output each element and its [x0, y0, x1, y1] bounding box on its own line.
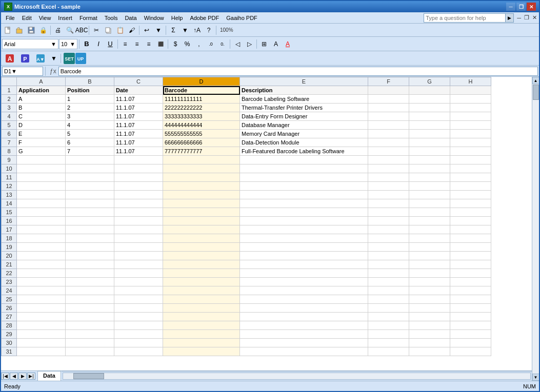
increase-indent-button[interactable]: ▷	[244, 38, 255, 50]
cell-13-F[interactable]	[368, 191, 409, 199]
cell-30-G[interactable]	[409, 339, 450, 347]
cell-20-B[interactable]	[66, 252, 114, 260]
cell-2-A[interactable]: A	[17, 95, 66, 104]
cell-19-G[interactable]	[409, 243, 450, 252]
cell-5-E[interactable]: Database Manager	[240, 121, 368, 130]
cell-16-E[interactable]	[240, 217, 368, 225]
cell-8-C[interactable]: 11.1.07	[114, 147, 163, 156]
cell-21-G[interactable]	[409, 260, 450, 269]
cell-21-C[interactable]	[114, 260, 163, 269]
cell-13-C[interactable]	[114, 191, 163, 199]
cell-26-E[interactable]	[240, 304, 368, 313]
menu-tools[interactable]: Tools	[101, 14, 122, 22]
cell-29-G[interactable]	[409, 330, 450, 339]
cell-31-G[interactable]	[409, 347, 450, 356]
cell-12-E[interactable]	[240, 182, 368, 191]
cell-1-B[interactable]: Position	[66, 86, 114, 95]
cell-13-G[interactable]	[409, 191, 450, 199]
print-preview-button[interactable]: 🔍	[64, 25, 75, 36]
cell-31-H[interactable]	[450, 347, 491, 356]
cell-28-B[interactable]	[66, 321, 114, 330]
decrease-decimal-button[interactable]: 0.	[217, 38, 228, 50]
formula-input[interactable]	[58, 67, 538, 76]
cell-4-D[interactable]: 333333333333	[163, 112, 240, 121]
cell-25-B[interactable]	[66, 295, 114, 304]
cell-5-A[interactable]: D	[17, 121, 66, 130]
cell-17-G[interactable]	[409, 225, 450, 234]
cell-16-B[interactable]	[66, 217, 114, 225]
cell-11-G[interactable]	[409, 173, 450, 182]
cell-24-G[interactable]	[409, 286, 450, 295]
cell-3-D[interactable]: 222222222222	[163, 104, 240, 112]
cell-11-C[interactable]	[114, 173, 163, 182]
cell-15-A[interactable]	[17, 208, 66, 217]
cell-1-C[interactable]: Date	[114, 86, 163, 95]
cell-19-E[interactable]	[240, 243, 368, 252]
cell-21-H[interactable]	[450, 260, 491, 269]
cell-27-A[interactable]	[17, 313, 66, 321]
cell-13-D[interactable]	[163, 191, 240, 199]
spell-check-button[interactable]: ABC	[76, 25, 87, 36]
undo-dropdown-button[interactable]: ▼	[153, 25, 164, 36]
cell-24-F[interactable]	[368, 286, 409, 295]
currency-button[interactable]: $	[170, 38, 181, 50]
cell-26-H[interactable]	[450, 304, 491, 313]
cell-8-D[interactable]: 777777777777	[163, 147, 240, 156]
cell-3-C[interactable]: 11.1.07	[114, 104, 163, 112]
cell-26-D[interactable]	[163, 304, 240, 313]
fill-color-button[interactable]: A	[270, 38, 282, 50]
cell-22-C[interactable]	[114, 269, 163, 278]
cell-3-A[interactable]: B	[17, 104, 66, 112]
cell-17-H[interactable]	[450, 225, 491, 234]
cell-28-A[interactable]	[17, 321, 66, 330]
cell-22-B[interactable]	[66, 269, 114, 278]
cell-27-H[interactable]	[450, 313, 491, 321]
align-right-button[interactable]: ≡	[143, 38, 154, 50]
cell-19-B[interactable]	[66, 243, 114, 252]
cell-7-C[interactable]: 11.1.07	[114, 138, 163, 147]
cell-11-B[interactable]	[66, 173, 114, 182]
cell-6-H[interactable]	[450, 130, 491, 138]
menu-help[interactable]: Help	[168, 14, 187, 22]
borders-button[interactable]: ⊞	[258, 38, 270, 50]
cell-23-C[interactable]	[114, 278, 163, 286]
cell-15-B[interactable]	[66, 208, 114, 217]
cell-14-A[interactable]	[17, 199, 66, 208]
cell-18-G[interactable]	[409, 234, 450, 243]
cell-12-F[interactable]	[368, 182, 409, 191]
cell-1-A[interactable]: Application	[17, 86, 66, 95]
cell-7-G[interactable]	[409, 138, 450, 147]
cell-9-G[interactable]	[409, 156, 450, 164]
decrease-indent-button[interactable]: ◁	[232, 38, 243, 50]
cell-21-B[interactable]	[66, 260, 114, 269]
merge-center-button[interactable]: ⬛	[155, 38, 166, 50]
cell-6-A[interactable]: E	[17, 130, 66, 138]
cell-29-C[interactable]	[114, 330, 163, 339]
vertical-scrollbar[interactable]: ▲ ▼	[532, 77, 539, 381]
cell-17-F[interactable]	[368, 225, 409, 234]
col-header-h[interactable]: H	[450, 77, 491, 86]
cell-7-H[interactable]	[450, 138, 491, 147]
cell-23-D[interactable]	[163, 278, 240, 286]
cell-6-G[interactable]	[409, 130, 450, 138]
col-header-d[interactable]: D	[163, 77, 240, 86]
menu-format[interactable]: Format	[76, 14, 101, 22]
cell-14-G[interactable]	[409, 199, 450, 208]
sum-button[interactable]: Σ	[168, 25, 179, 36]
cell-16-D[interactable]	[163, 217, 240, 225]
cell-19-D[interactable]	[163, 243, 240, 252]
cell-18-F[interactable]	[368, 234, 409, 243]
cell-13-H[interactable]	[450, 191, 491, 199]
copy-button[interactable]	[103, 25, 114, 36]
cell-30-B[interactable]	[66, 339, 114, 347]
cell-3-H[interactable]	[450, 104, 491, 112]
cell-7-A[interactable]: F	[17, 138, 66, 147]
cell-6-C[interactable]: 11.1.07	[114, 130, 163, 138]
menu-file[interactable]: File	[2, 14, 18, 22]
cell-26-B[interactable]	[66, 304, 114, 313]
cell-14-F[interactable]	[368, 199, 409, 208]
help-input[interactable]	[424, 13, 506, 23]
cell-31-D[interactable]	[163, 347, 240, 356]
cell-12-G[interactable]	[409, 182, 450, 191]
cell-31-A[interactable]	[17, 347, 66, 356]
